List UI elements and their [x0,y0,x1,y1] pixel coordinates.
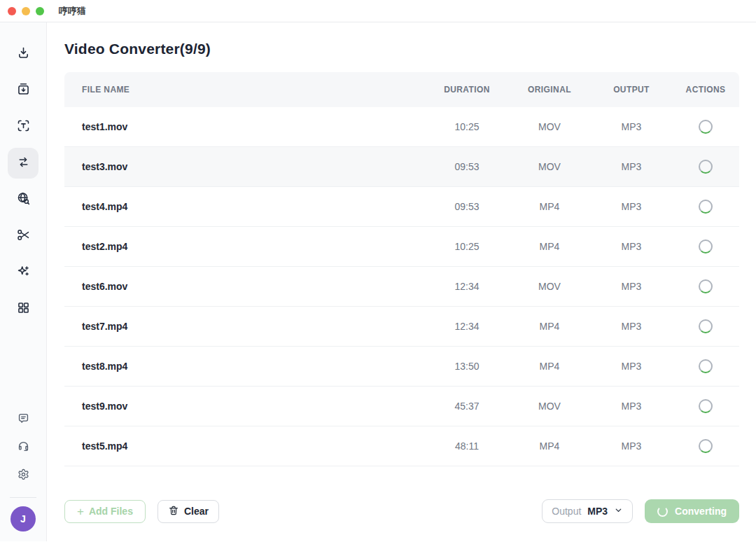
actions-cell [672,160,739,174]
progress-spinner-icon [699,239,713,253]
file-name-cell: test9.mov [64,401,426,412]
add-files-button[interactable]: + Add Files [64,500,146,523]
sidebar-divider [10,497,36,498]
original-format-cell: MP4 [508,321,591,332]
progress-spinner-icon [699,160,713,174]
column-header-file-name: FILE NAME [64,85,426,95]
minimize-button[interactable] [22,7,30,15]
file-table: FILE NAME DURATION ORIGINAL OUTPUT ACTIO… [64,72,739,466]
table-row[interactable]: test1.mov 10:25 MOV MP3 [64,107,739,147]
sidebar-item-settings[interactable] [11,464,35,487]
table-header: FILE NAME DURATION ORIGINAL OUTPUT ACTIO… [64,72,739,107]
duration-cell: 45:37 [426,401,508,412]
avatar[interactable]: J [10,506,36,531]
output-select-label: Output [552,506,581,517]
table-row[interactable]: test4.mp4 09:53 MP4 MP3 [64,187,739,227]
duration-cell: 48:11 [426,440,508,452]
actions-cell [672,120,739,134]
sidebar-item-convert[interactable] [8,148,38,179]
chevron-down-icon [614,506,623,517]
sidebar-item-feedback[interactable] [11,408,35,431]
progress-spinner-icon [699,439,713,453]
sparkles-icon [16,264,31,282]
sidebar-item-web-search[interactable] [8,184,38,215]
output-format-cell: MP3 [591,440,672,452]
progress-spinner-icon [699,319,713,333]
output-format-cell: MP3 [591,121,672,132]
actions-cell [672,239,739,253]
actions-cell [672,439,739,453]
table-row[interactable]: test7.mp4 12:34 MP4 MP3 [64,307,739,347]
duration-cell: 10:25 [426,241,508,252]
grid-icon [16,300,31,318]
clear-button[interactable]: Clear [158,500,219,523]
table-row[interactable]: test6.mov 12:34 MOV MP3 [64,267,739,307]
clear-label: Clear [184,506,209,517]
duration-cell: 12:34 [426,321,508,332]
file-name-cell: test1.mov [64,121,426,132]
actions-cell [672,319,739,333]
output-format-cell: MP3 [591,161,672,172]
table-row[interactable]: test8.mp4 13:50 MP4 MP3 [64,347,739,387]
globe-search-icon [16,191,31,209]
sidebar-bottom: J [10,408,36,541]
traffic-lights [8,7,44,15]
sidebar-item-download[interactable] [8,39,38,69]
original-format-cell: MP4 [508,201,591,212]
close-button[interactable] [8,7,16,15]
progress-spinner-icon [699,120,713,134]
table-row[interactable]: test3.mov 09:53 MOV MP3 [64,147,739,187]
converting-label: Converting [675,506,727,517]
file-name-cell: test8.mp4 [64,361,426,372]
table-row[interactable]: test5.mp4 48:11 MP4 MP3 [64,426,739,466]
titlebar: 哼哼猫 [0,0,756,22]
file-name-cell: test5.mp4 [64,440,426,452]
main-content: Video Converter(9/9) FILE NAME DURATION … [47,22,756,541]
duration-cell: 09:53 [426,161,508,172]
progress-spinner-icon [699,200,713,214]
sidebar-item-more-apps[interactable] [8,293,38,324]
original-format-cell: MOV [508,281,591,292]
sidebar: J [0,22,47,541]
file-name-cell: test4.mp4 [64,201,426,212]
actions-cell [672,399,739,413]
output-format-cell: MP3 [591,281,672,292]
file-name-cell: test3.mov [64,161,426,172]
output-format-cell: MP3 [591,401,672,412]
progress-spinner-icon [699,399,713,413]
progress-spinner-icon [699,359,713,373]
headphones-icon [17,440,30,456]
actions-cell [672,279,739,293]
actions-cell [672,359,739,373]
plus-icon: + [77,506,84,517]
output-format-cell: MP3 [591,361,672,372]
duration-cell: 09:53 [426,201,508,212]
convert-icon [16,155,31,172]
duration-cell: 13:50 [426,361,508,372]
trash-icon [168,505,179,518]
footer-toolbar: + Add Files Clear Output MP3 Converting [64,499,739,523]
column-header-original: ORIGINAL [508,85,591,95]
text-recognition-icon [16,118,31,136]
column-header-duration: DURATION [426,85,508,95]
feedback-chat-icon [17,412,30,428]
sidebar-item-batch-download[interactable] [8,75,38,106]
page-title: Video Converter(9/9) [64,39,739,59]
zoom-button[interactable] [36,7,44,15]
output-select-value: MP3 [587,506,608,517]
sidebar-item-support[interactable] [11,436,35,459]
sidebar-item-trim[interactable] [8,221,38,251]
actions-cell [672,200,739,214]
original-format-cell: MP4 [508,361,591,372]
converting-button[interactable]: Converting [645,499,739,523]
original-format-cell: MOV [508,161,591,172]
output-format-select[interactable]: Output MP3 [542,499,633,523]
sidebar-item-ai-tools[interactable] [8,257,38,288]
original-format-cell: MP4 [508,241,591,252]
download-icon [16,46,31,63]
file-name-cell: test6.mov [64,281,426,292]
original-format-cell: MOV [508,121,591,132]
sidebar-item-text-recognition[interactable] [8,111,38,142]
table-row[interactable]: test2.mp4 10:25 MP4 MP3 [64,227,739,267]
table-row[interactable]: test9.mov 45:37 MOV MP3 [64,387,739,426]
